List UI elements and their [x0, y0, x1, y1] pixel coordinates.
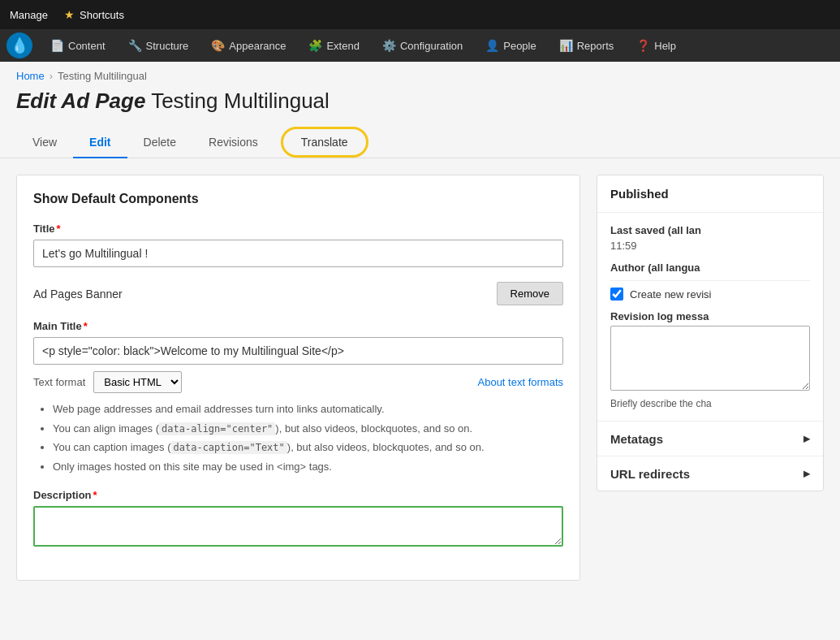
about-text-formats-link[interactable]: About text formats	[478, 376, 564, 388]
configuration-icon: ⚙️	[382, 39, 396, 52]
create-revision-label: Create new revisi	[630, 288, 711, 301]
manage-label: Manage	[10, 9, 48, 21]
form-area: Show Default Components Title* Ad Pages …	[16, 175, 580, 581]
main-title-field-group: Main Title* Text format Basic HTML About…	[33, 320, 563, 474]
structure-icon: 🔧	[128, 39, 142, 52]
last-saved-label: Last saved (all lan	[610, 224, 810, 236]
main-nav: 💧 📄 Content 🔧 Structure 🎨 Appearance 🧩 E…	[0, 29, 840, 62]
tab-delete[interactable]: Delete	[127, 128, 192, 158]
url-redirects-chevron-icon: ▸	[803, 466, 810, 481]
title-field-group: Title*	[33, 223, 563, 267]
content-layout: Show Default Components Title* Ad Pages …	[0, 175, 840, 597]
breadcrumb-home[interactable]: Home	[16, 70, 45, 82]
appearance-icon: 🎨	[211, 39, 225, 52]
breadcrumb-separator: ›	[50, 70, 53, 82]
tab-translate[interactable]: Translate	[281, 127, 368, 158]
help-icon: ❓	[636, 39, 650, 52]
metatags-section[interactable]: Metatags ▸	[597, 421, 823, 456]
nav-label-configuration: Configuration	[400, 40, 463, 52]
title-label: Title*	[33, 223, 563, 235]
nav-item-content[interactable]: 📄 Content	[39, 29, 117, 62]
page-title-prefix: Edit Ad Page	[16, 89, 145, 113]
url-redirects-section[interactable]: URL redirects ▸	[597, 456, 823, 491]
text-format-row: Text format Basic HTML About text format…	[33, 371, 563, 393]
sidebar: Published Last saved (all lan 11:59 Auth…	[597, 175, 824, 581]
nav-item-help[interactable]: ❓ Help	[625, 29, 687, 62]
text-format-select[interactable]: Basic HTML	[93, 371, 182, 393]
nav-item-extend[interactable]: 🧩 Extend	[297, 29, 370, 62]
published-title: Published	[597, 175, 823, 213]
author-label: Author (all langua	[610, 262, 810, 274]
description-textarea[interactable]	[33, 506, 563, 547]
published-panel: Published Last saved (all lan 11:59 Auth…	[597, 175, 824, 491]
last-saved-value: 11:59	[610, 240, 810, 252]
text-format-label: Text format	[33, 376, 85, 388]
nav-label-reports: Reports	[577, 40, 614, 52]
main-title-label: Main Title*	[33, 320, 563, 332]
extend-icon: 🧩	[308, 39, 322, 52]
list-item: You can caption images (data-caption="Te…	[53, 439, 563, 456]
people-icon: 👤	[485, 39, 499, 52]
description-field-group: Description*	[33, 489, 563, 549]
revision-log-label: Revision log messa	[610, 310, 810, 322]
tab-edit[interactable]: Edit	[73, 128, 127, 158]
list-item: Web page addresses and email addresses t…	[53, 401, 563, 417]
nav-item-reports[interactable]: 📊 Reports	[548, 29, 626, 62]
nav-label-structure: Structure	[146, 40, 189, 52]
description-required: *	[93, 489, 97, 501]
nav-item-configuration[interactable]: ⚙️ Configuration	[371, 29, 474, 62]
tabs: View Edit Delete Revisions Translate	[0, 127, 840, 158]
list-item: You can align images (data-align="center…	[53, 421, 563, 437]
page-title-suffix: Testing Multilingual	[151, 89, 330, 113]
main-title-input[interactable]	[33, 337, 563, 365]
nav-items: 📄 Content 🔧 Structure 🎨 Appearance 🧩 Ext…	[39, 29, 687, 62]
admin-bar: Manage ★ Shortcuts	[0, 0, 840, 29]
nav-item-people[interactable]: 👤 People	[474, 29, 547, 62]
description-label: Description*	[33, 489, 563, 501]
banner-label: Ad Pages Banner	[33, 288, 123, 301]
nav-label-extend: Extend	[326, 40, 359, 52]
main-title-required: *	[84, 320, 88, 332]
nav-label-help: Help	[654, 40, 676, 52]
title-required: *	[57, 223, 61, 235]
nav-item-appearance[interactable]: 🎨 Appearance	[200, 29, 297, 62]
nav-item-structure[interactable]: 🔧 Structure	[117, 29, 200, 62]
page-title: Edit Ad Page Testing Multilingual	[0, 85, 840, 127]
content-icon: 📄	[50, 39, 64, 52]
revision-hint: Briefly describe the cha	[610, 398, 810, 409]
section-title: Show Default Components	[33, 192, 563, 206]
star-icon: ★	[64, 8, 75, 21]
manage-link[interactable]: Manage	[10, 9, 48, 21]
shortcuts-link[interactable]: ★ Shortcuts	[64, 8, 124, 21]
title-input[interactable]	[33, 240, 563, 267]
breadcrumb: Home › Testing Multilingual	[0, 62, 840, 85]
list-item: Only images hosted on this site may be u…	[53, 459, 563, 475]
banner-row: Ad Pages Banner Remove	[33, 282, 563, 305]
nav-label-content: Content	[68, 40, 106, 52]
tab-revisions[interactable]: Revisions	[192, 128, 274, 158]
reports-icon: 📊	[559, 39, 573, 52]
sidebar-divider	[610, 280, 810, 281]
create-revision-row: Create new revisi	[610, 288, 810, 301]
metatags-chevron-icon: ▸	[803, 431, 810, 446]
nav-label-people: People	[503, 40, 536, 52]
breadcrumb-parent: Testing Multilingual	[58, 70, 147, 82]
nav-label-appearance: Appearance	[229, 40, 286, 52]
metatags-label: Metatags	[610, 432, 663, 446]
remove-button[interactable]: Remove	[497, 282, 563, 305]
tab-view[interactable]: View	[16, 128, 73, 158]
url-redirects-label: URL redirects	[610, 467, 690, 481]
info-list: Web page addresses and email addresses t…	[33, 401, 563, 474]
published-body: Last saved (all lan 11:59 Author (all la…	[597, 213, 823, 421]
drupal-logo[interactable]: 💧	[6, 32, 32, 58]
create-revision-checkbox[interactable]	[610, 288, 623, 301]
revision-log-textarea[interactable]	[610, 326, 810, 391]
shortcuts-label: Shortcuts	[80, 9, 124, 21]
